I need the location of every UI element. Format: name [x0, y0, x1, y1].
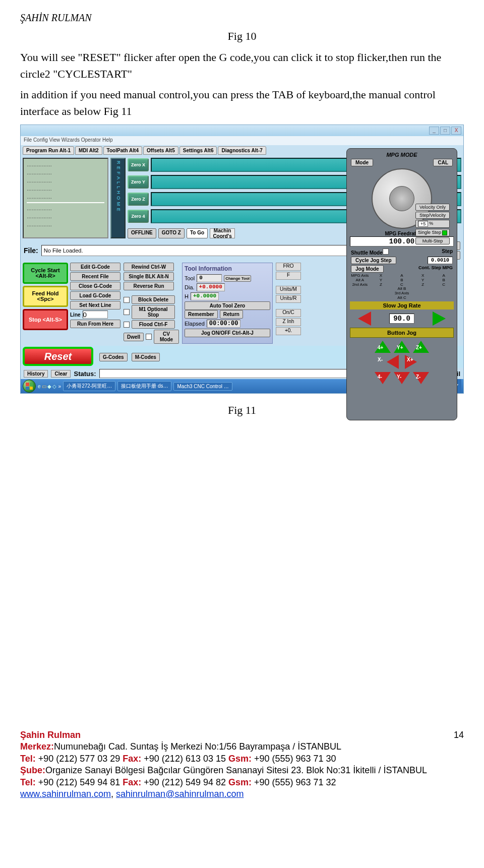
zero-x-button[interactable]: Zero X: [128, 158, 149, 171]
ref-all-home-button[interactable]: R E F A L L H O M E: [110, 158, 126, 238]
jog-onoff-button[interactable]: Jog ON/OFF Ctrl-Alt-J: [185, 329, 270, 337]
line-input[interactable]: [83, 311, 108, 319]
tab-mdi[interactable]: MDI Alt2: [75, 146, 102, 155]
ie-icon[interactable]: e: [38, 384, 41, 389]
folder-icon[interactable]: ▭: [42, 384, 46, 389]
sube-label: Şube:: [20, 765, 45, 775]
reset-button[interactable]: Reset: [23, 347, 93, 366]
mpg-title: MPG MODE: [350, 152, 454, 158]
feed-hold-button[interactable]: Feed Hold <Spc>: [23, 286, 68, 307]
multi-step-button[interactable]: Multi-Step: [415, 237, 450, 244]
tool-h: +0.0000: [191, 292, 219, 300]
taskbar-chevron-icon[interactable]: »: [58, 384, 62, 389]
mpg-cal-button[interactable]: CAL: [433, 159, 453, 166]
app-icon[interactable]: ◆: [47, 384, 51, 389]
return-button[interactable]: Return: [220, 310, 243, 319]
clear-button[interactable]: Clear: [51, 370, 71, 378]
dwell-button[interactable]: Dwell: [124, 333, 144, 341]
velocity-only-button[interactable]: Velocity Only: [415, 204, 450, 211]
set-next-line-button[interactable]: Set Next Line: [70, 301, 120, 309]
gotoz-button[interactable]: GOTO Z: [158, 228, 185, 238]
file-label: File:: [24, 246, 38, 255]
windows-logo-icon: [26, 383, 33, 390]
gcode-panel[interactable]: …………… …………… …………… …………… …………… …………… ……………: [23, 158, 108, 238]
machine-coords-button[interactable]: Machin Coord's: [210, 228, 235, 238]
app-icon[interactable]: ◇: [52, 384, 56, 389]
mpg-panel[interactable]: MPG MODE Mode CAL Velocity Only Step/Vel…: [346, 148, 457, 420]
shuttle-led: [383, 249, 389, 255]
togo-button[interactable]: To Go: [187, 228, 208, 238]
close-gcode-button[interactable]: Close G-Code: [70, 282, 120, 290]
stop-button[interactable]: Stop <Alt-S>: [23, 309, 68, 330]
window-maximize-button[interactable]: □: [440, 127, 450, 135]
run-from-here-button[interactable]: Run From Here: [70, 320, 120, 328]
taskbar-item[interactable]: 小勇哥272-阿里旺…: [63, 381, 115, 391]
jog-zminus-button[interactable]: Z-: [413, 372, 429, 384]
jog-xminus-button[interactable]: X-: [387, 355, 399, 369]
alt-c-button[interactable]: Alt C: [350, 296, 454, 300]
jog-4plus-button[interactable]: 4+: [375, 341, 391, 353]
jog-rate-decrease-button[interactable]: [358, 312, 371, 326]
remember-button[interactable]: Remember: [185, 310, 218, 319]
jog-yminus-button[interactable]: Y-: [394, 372, 410, 384]
paragraph-1: You will see "RESET" flicker after open …: [20, 49, 464, 82]
jog-4minus-button[interactable]: 4-: [375, 372, 391, 384]
jog-xplus-button[interactable]: X+: [405, 355, 417, 369]
cycle-jog-step-button[interactable]: Cycle Jog Step: [351, 257, 396, 264]
tool-information-panel: Tool Information Tool 0 Change Tool Dia.…: [182, 263, 273, 344]
zero-z-button[interactable]: Zero Z: [128, 193, 149, 206]
jog-mode-button[interactable]: Jog Mode: [351, 265, 384, 273]
cycle-start-button[interactable]: Cycle Start <Alt-R>: [23, 263, 68, 284]
footer: Şahin Rulman 14 Merkez:Numunebağı Cad. S…: [20, 729, 464, 800]
menubar[interactable]: File Config View Wizards Operator Help: [21, 136, 463, 145]
jog-yplus-button[interactable]: Y+: [394, 341, 410, 353]
jog-rate-increase-button[interactable]: [433, 312, 446, 326]
website-link[interactable]: www.sahinrulman.com: [20, 789, 111, 799]
step-velocity-button[interactable]: Step/Velocity: [415, 212, 450, 219]
pct-button[interactable]: %: [429, 221, 433, 227]
zero-y-button[interactable]: Zero Y: [128, 175, 149, 189]
mpg-knob[interactable]: [389, 186, 414, 211]
cv-mode-button[interactable]: CV Mode: [154, 330, 179, 344]
slow-jog-label: Slow Jog Rate: [350, 301, 454, 309]
sube-address: Organize Sanayi Bölgesi Bağcılar Güngöre…: [45, 765, 427, 775]
zero-4-button[interactable]: Zero 4: [128, 210, 149, 223]
taskbar-item[interactable]: Mach3 CNC Control …: [173, 382, 232, 391]
start-button[interactable]: [23, 380, 36, 393]
button-jog-label: Button Jog: [350, 328, 454, 338]
load-gcode-button[interactable]: Load G-Code: [70, 291, 120, 300]
flood-button[interactable]: Flood Ctrl-F: [132, 320, 175, 329]
jog-zplus-button[interactable]: Z+: [413, 341, 429, 353]
reverse-run-button[interactable]: Reverse Run: [124, 282, 174, 290]
single-step-button[interactable]: Single Step: [415, 229, 450, 236]
auto-tool-zero-button[interactable]: Auto Tool Zero: [185, 301, 270, 310]
mcodes-button[interactable]: M-Codes: [132, 353, 160, 361]
email-link[interactable]: sahinrulman@sahinrulman.com: [116, 789, 244, 799]
tab-offsets[interactable]: Offsets Alt5: [143, 146, 178, 155]
m1-optional-led: [124, 309, 130, 315]
gcode-line: ……………: [27, 170, 104, 175]
tool-number: 0: [197, 274, 222, 282]
gcode-line-highlight: [27, 202, 104, 203]
history-button[interactable]: History: [24, 370, 48, 378]
tab-settings[interactable]: Settings Alt6: [179, 146, 217, 155]
block-delete-button[interactable]: Block Delete: [132, 295, 175, 304]
taskbar-item[interactable]: 接口板使用手册 ds…: [117, 381, 171, 391]
tab-toolpath[interactable]: ToolPath Alt4: [103, 146, 142, 155]
window-close-button[interactable]: X: [451, 127, 461, 135]
recent-file-button[interactable]: Recent File: [70, 272, 120, 281]
gcode-line: ……………: [27, 186, 104, 192]
tab-diagnostics[interactable]: Diagnostics Alt-7: [218, 146, 266, 155]
window-minimize-button[interactable]: _: [429, 127, 439, 135]
f-label: F: [276, 272, 301, 280]
single-blk-button[interactable]: Single BLK Alt-N: [124, 272, 174, 281]
mpg-mode-button[interactable]: Mode: [351, 159, 373, 166]
page-number: 14: [454, 729, 464, 741]
offline-button[interactable]: OFFLINE: [128, 228, 156, 238]
gcodes-button[interactable]: G-Codes: [99, 353, 128, 361]
tab-program-run[interactable]: Program Run Alt-1: [23, 146, 74, 155]
rewind-button[interactable]: Rewind Ctrl-W: [124, 263, 174, 271]
change-tool-button[interactable]: Change Tool: [224, 275, 251, 282]
edit-gcode-button[interactable]: Edit G-Code: [70, 263, 120, 271]
m1-optional-button[interactable]: M1 Optional Stop: [132, 305, 175, 319]
